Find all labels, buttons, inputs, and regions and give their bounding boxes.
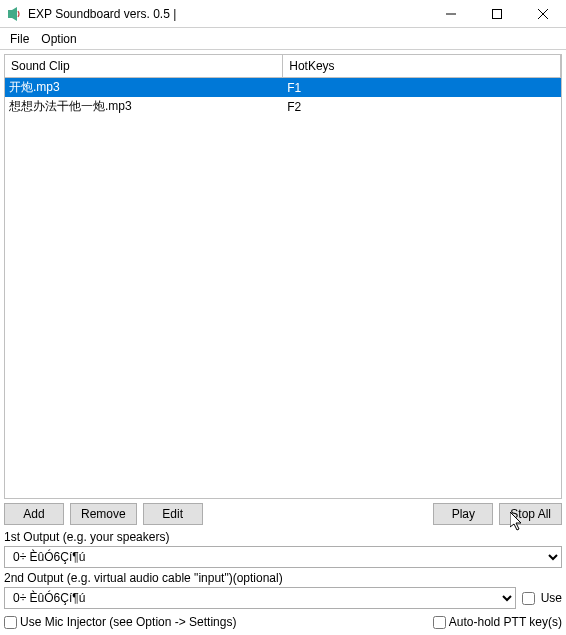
maximize-button[interactable]	[474, 0, 520, 28]
minimize-button[interactable]	[428, 0, 474, 28]
ptt-checkbox[interactable]	[433, 616, 446, 629]
column-header-hotkeys[interactable]: HotKeys	[283, 55, 561, 78]
titlebar: EXP Soundboard vers. 0.5 |	[0, 0, 566, 28]
table-row[interactable]: 开炮.mp3F1	[5, 78, 561, 98]
button-row: Add Remove Edit Play Stop All	[4, 499, 562, 527]
output2-use-checkbox[interactable]	[522, 592, 535, 605]
sound-table[interactable]: Sound Clip HotKeys 开炮.mp3F1想想办法干他一炮.mp3F…	[5, 55, 561, 116]
window-title: EXP Soundboard vers. 0.5 |	[28, 7, 428, 21]
mic-injector-checkbox[interactable]	[4, 616, 17, 629]
play-button[interactable]: Play	[433, 503, 493, 525]
app-icon	[6, 6, 22, 22]
menu-option[interactable]: Option	[35, 30, 82, 48]
cell-sound: 开炮.mp3	[5, 78, 283, 98]
menubar: File Option	[0, 28, 566, 50]
svg-rect-0	[8, 10, 12, 18]
table-row[interactable]: 想想办法干他一炮.mp3F2	[5, 97, 561, 116]
column-header-sound[interactable]: Sound Clip	[5, 55, 283, 78]
add-button[interactable]: Add	[4, 503, 64, 525]
mic-injector-wrap[interactable]: Use Mic Injector (see Option -> Settings…	[4, 615, 236, 629]
close-button[interactable]	[520, 0, 566, 28]
output2-use-label: Use	[541, 591, 562, 605]
ptt-wrap[interactable]: Auto-hold PTT key(s)	[433, 615, 562, 629]
sound-table-container: Sound Clip HotKeys 开炮.mp3F1想想办法干他一炮.mp3F…	[4, 54, 562, 499]
output1-label: 1st Output (e.g. your speakers)	[4, 527, 562, 546]
output2-use-wrap[interactable]: Use	[522, 591, 562, 605]
ptt-label: Auto-hold PTT key(s)	[449, 615, 562, 629]
cell-hotkey: F2	[283, 97, 561, 116]
output2-select[interactable]: 0÷ ÈûÓ6Çí¶ú	[4, 587, 516, 609]
svg-marker-1	[12, 7, 17, 21]
stop-all-button[interactable]: Stop All	[499, 503, 562, 525]
edit-button[interactable]: Edit	[143, 503, 203, 525]
output2-label: 2nd Output (e.g. virtual audio cable "in…	[4, 568, 562, 587]
mic-injector-label: Use Mic Injector (see Option -> Settings…	[20, 615, 236, 629]
menu-file[interactable]: File	[4, 30, 35, 48]
output1-select[interactable]: 0÷ ÈûÓ6Çí¶ú	[4, 546, 562, 568]
svg-rect-3	[493, 9, 502, 18]
cell-sound: 想想办法干他一炮.mp3	[5, 97, 283, 116]
cell-hotkey: F1	[283, 78, 561, 98]
remove-button[interactable]: Remove	[70, 503, 137, 525]
